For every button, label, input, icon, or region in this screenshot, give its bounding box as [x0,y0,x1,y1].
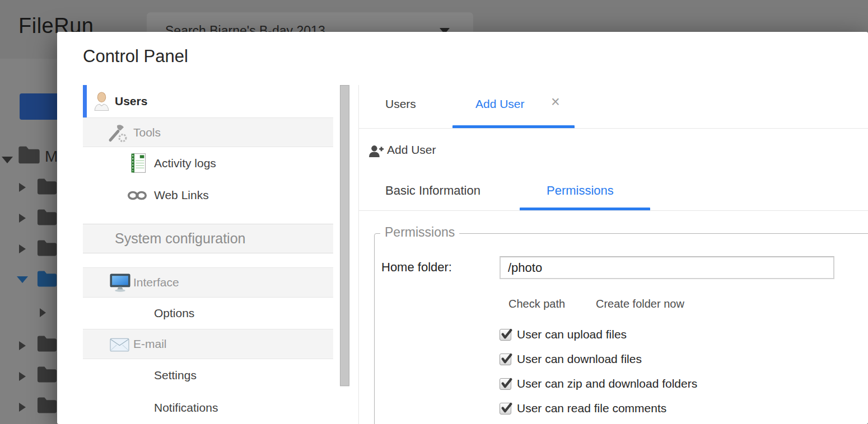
subtab-permissions[interactable]: Permissions [547,183,614,198]
subtab-basic-information[interactable]: Basic Information [385,183,480,198]
wrench-icon [106,123,129,143]
permission-checkbox-row[interactable]: User can read file comments [500,401,666,416]
permission-checkbox-row[interactable]: User can download files [500,352,642,366]
checkbox-checked[interactable] [500,378,511,390]
nav-scrollbar [340,85,349,387]
activity-logs-icon [129,153,147,173]
checkbox-checked[interactable] [500,403,511,414]
checkbox-label[interactable]: User can download files [517,352,642,366]
nav-label: Notifications [83,401,218,414]
mail-icon [110,338,129,352]
content-divider [358,85,359,424]
check-path-link[interactable]: Check path [508,298,565,310]
modal-title: Control Panel [83,46,188,67]
nav-label: Options [83,307,194,320]
nav-label: Activity logs [83,157,216,170]
user-icon [93,91,110,111]
check-icon [500,328,513,340]
tab-bar-border [359,128,868,129]
add-user-icon [368,144,384,158]
fieldset-legend: Permissions [380,225,459,240]
nav-item-interface[interactable]: Interface [83,267,333,298]
create-folder-link[interactable]: Create folder now [596,298,684,310]
home-folder-label: Home folder: [381,260,452,275]
nav-item-web-links[interactable]: Web Links [83,179,333,211]
checkbox-label[interactable]: User can upload files [517,328,627,341]
scrollbar-thumb[interactable] [340,85,349,386]
nav-item-settings[interactable]: Settings [83,359,333,392]
checkbox-checked[interactable] [500,354,511,365]
nav-item-tools[interactable]: Tools [83,117,333,147]
active-indicator [83,85,87,117]
nav-label: Settings [83,369,197,382]
permission-checkbox-row[interactable]: User can upload files [500,327,627,342]
tab-close-icon[interactable]: × [551,93,560,111]
check-icon [500,378,513,389]
nav-label: Interface [83,276,179,289]
monitor-icon [110,274,130,292]
link-icon [128,190,147,201]
nav-item-options[interactable]: Options [83,298,333,329]
check-icon [500,353,513,365]
nav-section-label: System configuration [83,230,245,247]
nav-item-activity-logs[interactable]: Activity logs [83,147,333,179]
permission-checkbox-row[interactable]: User can zip and download folders [500,376,697,391]
tab-users[interactable]: Users [385,97,416,111]
nav-section-system-configuration: System configuration [83,224,333,253]
permissions-fieldset: Permissions Home folder: Check path Crea… [374,233,868,424]
checkbox-label[interactable]: User can read file comments [517,402,666,415]
nav-item-notifications[interactable]: Notifications [83,392,333,424]
nav-item-users[interactable]: Users [83,85,333,117]
subtab-bar-border [359,210,868,211]
control-panel-modal: Control Panel Users Tools Activity logs [57,32,868,424]
add-user-heading: Add User [387,143,436,157]
nav-item-email[interactable]: E-mail [83,329,333,359]
checkbox-checked[interactable] [500,329,511,341]
tab-add-user[interactable]: Add User [475,97,525,111]
checkbox-label[interactable]: User can zip and download folders [517,377,697,390]
check-icon [500,402,513,414]
home-folder-input[interactable] [500,256,834,279]
